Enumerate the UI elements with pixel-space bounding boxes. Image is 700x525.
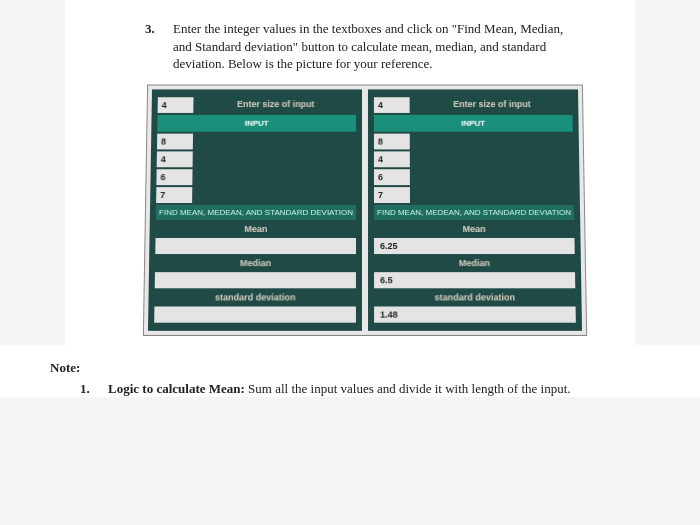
stddev-output: 1.48 [374,306,576,322]
panel-before: 4 Enter size of input INPUT 8 4 6 7 FIND… [148,89,362,330]
find-button[interactable]: FIND MEAN, MEDEAN, AND STANDARD DEVIATIO… [156,205,356,220]
note-title: Note: [50,360,650,376]
note-item: 1. Logic to calculate Mean: Sum all the … [50,380,650,398]
stddev-label: standard deviation [374,290,575,304]
note-number: 1. [80,380,98,398]
size-label: Enter size of input [412,97,573,113]
note-section: Note: 1. Logic to calculate Mean: Sum al… [0,345,700,398]
value-input[interactable]: 6 [156,169,192,185]
median-output: 6.5 [374,272,575,288]
mean-label: Mean [374,222,574,236]
stddev-label: standard deviation [154,290,355,304]
mean-output: 6.25 [374,238,575,254]
value-input[interactable]: 7 [156,187,192,203]
median-output [155,272,356,288]
mean-output [155,238,356,254]
instruction-text: Enter the integer values in the textboxe… [173,20,585,73]
value-input[interactable]: 4 [157,151,193,167]
median-label: Median [374,256,575,270]
panel-after: 4 Enter size of input INPUT 8 4 6 7 FIND… [368,89,582,330]
size-input[interactable]: 4 [158,97,194,113]
note-text: Logic to calculate Mean: Sum all the inp… [108,380,571,398]
size-input[interactable]: 4 [374,97,410,113]
value-input[interactable]: 8 [157,133,193,149]
value-input[interactable]: 4 [374,151,410,167]
median-label: Median [155,256,356,270]
value-input[interactable]: 7 [374,187,410,203]
reference-screenshots: 4 Enter size of input INPUT 8 4 6 7 FIND… [143,84,587,335]
mean-label: Mean [156,222,356,236]
note-rest: Sum all the input values and divide it w… [245,381,571,396]
value-input[interactable]: 8 [374,133,410,149]
note-bold: Logic to calculate Mean: [108,381,245,396]
size-label: Enter size of input [195,97,356,113]
instruction-item: 3. Enter the integer values in the textb… [145,20,585,73]
find-button[interactable]: FIND MEAN, MEDEAN, AND STANDARD DEVIATIO… [374,205,574,220]
input-header: INPUT [157,115,356,132]
value-input[interactable]: 6 [374,169,410,185]
input-header: INPUT [374,115,573,132]
stddev-output [154,306,356,322]
instruction-number: 3. [145,20,163,73]
